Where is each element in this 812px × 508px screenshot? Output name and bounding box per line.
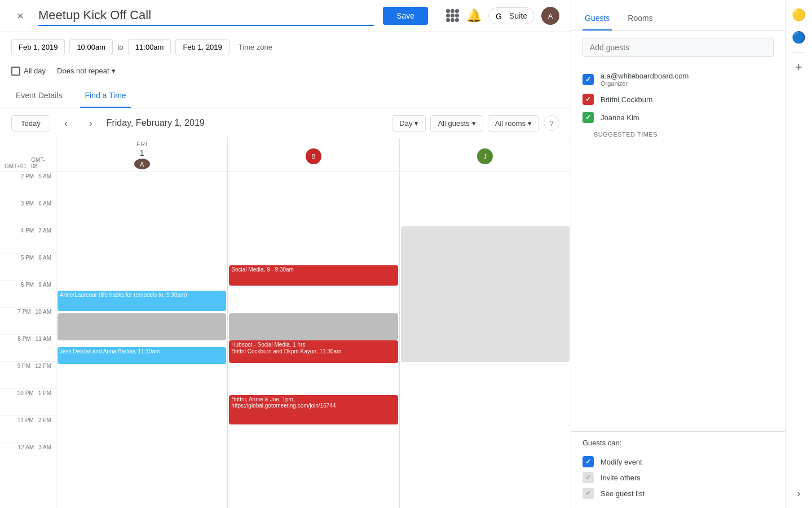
guest-checkbox-1[interactable]: ✓ [582, 74, 594, 85]
sidebar-icon-blue[interactable]: 🔵 [789, 27, 809, 47]
to-separator: to [117, 43, 123, 51]
gsuite-logo[interactable]: G Suite [488, 7, 535, 24]
event-text: Anne/Laurenar (life hacks for remodels t… [60, 292, 187, 298]
day-name: FRI [136, 141, 147, 147]
user-avatar[interactable]: A [541, 7, 559, 25]
invite-others-label: Invite others [601, 474, 641, 482]
sidebar-divider [792, 52, 806, 52]
permission-modify: ✓ Modify event [582, 454, 774, 470]
repeat-dropdown[interactable]: Does not repeat ▾ [52, 64, 120, 77]
timezone-button[interactable]: Time zone [234, 40, 277, 55]
svg-text:G: G [496, 12, 502, 21]
view-dropdown[interactable]: Day ▾ [392, 115, 426, 132]
see-guestlist-label: See guest list [601, 489, 645, 498]
guest-item-joanna: ✓ Joanna Kim [582, 108, 774, 126]
gsuite-text: Suite [509, 11, 527, 20]
guests-can-section: Guests can: ✓ Modify event ✓ Invite othe… [571, 431, 785, 508]
guests-header: Guests Rooms [571, 0, 785, 31]
day-header-2: B [228, 138, 399, 172]
event-gray-3[interactable] [401, 226, 570, 362]
time-slot: 8 PM 11 AM [0, 335, 56, 362]
apps-grid-icon[interactable] [446, 9, 460, 23]
user3-avatar: J [477, 148, 493, 164]
checkmark-icon: ✓ [585, 458, 591, 466]
day-column-1: FRI 1 A Anne/Laurenar (life hacks for re… [56, 138, 228, 508]
event-title-input[interactable] [38, 6, 374, 26]
day-events-2: Social Media, 9 - 9:30am Hubspot - Socia… [228, 172, 399, 508]
prev-nav-button[interactable]: ‹ [57, 114, 75, 132]
see-guestlist-checkbox[interactable]: ✓ [582, 488, 594, 499]
sidebar-add-button[interactable]: + [789, 57, 809, 77]
time-slot: 7 PM 10 AM [0, 308, 56, 335]
chevron-down-icon: ▾ [112, 67, 116, 75]
guest-checkbox-3[interactable]: ✓ [582, 112, 594, 123]
event-social-media[interactable]: Social Media, 9 - 9:30am [229, 265, 398, 286]
guest-info-3: Joanna Kim [601, 113, 774, 122]
toolbar-right: Day ▾ All guests ▾ All rooms ▾ ? [392, 115, 559, 132]
sidebar-icon-yellow[interactable]: 🟡 [789, 5, 809, 25]
today-button[interactable]: Today [11, 115, 50, 132]
guests-filter-label: All guests [438, 119, 469, 128]
guest-item-organizer: ✓ a.a@whiteboardboard.com Organizer [582, 68, 774, 90]
start-date-button[interactable]: Feb 1, 2019 [11, 39, 65, 55]
checkmark-icon: ✓ [585, 113, 591, 121]
start-time-button[interactable]: 10:00am [69, 39, 113, 55]
modify-event-label: Modify event [601, 458, 642, 466]
right-panel: Guests Rooms ✓ a.a@whiteboardboard.com O… [571, 0, 785, 508]
guests-list: ✓ a.a@whiteboardboard.com Organizer ✓ Br… [571, 64, 785, 431]
event-gray-2[interactable] [229, 313, 398, 340]
calendar-grid: GMT+01 GMT-08 2 PM 5 AM 3 PM 6 AM 4 PM 7… [0, 138, 571, 508]
day-column-2: B Social Media, 9 - 9:30am Hubspot - Soc… [228, 138, 399, 508]
guest-checkbox-2[interactable]: ✓ [582, 94, 594, 105]
time-slot: 10 PM 1 PM [0, 389, 56, 416]
guest-email-3: Joanna Kim [601, 113, 774, 122]
event-text: Brittni, Annie & Joe, 1pm, https://globa… [231, 396, 336, 409]
guest-info-2: Brittni Cockburn [601, 95, 774, 104]
guests-can-label: Guests can: [582, 439, 774, 447]
user1-avatar: A [134, 159, 150, 169]
end-date-button[interactable]: Feb 1, 2019 [175, 39, 229, 55]
event-brittni-dkpm[interactable]: Brittni Cockburn and Dkpm Kayun, 11:30am [229, 347, 398, 363]
calendar-toolbar: Today ‹ › Friday, February 1, 2019 Day ▾… [0, 108, 571, 138]
time-slot: 2 PM 5 AM [0, 172, 56, 199]
event-text: Jess Deister and Anna Barlow, 11:10am [60, 348, 160, 354]
event-item-gray[interactable] [58, 313, 226, 340]
calendar-container: Today ‹ › Friday, February 1, 2019 Day ▾… [0, 108, 571, 508]
days-area: FRI 1 A Anne/Laurenar (life hacks for re… [56, 138, 571, 508]
event-item[interactable]: Anne/Laurenar (life hacks for remodels t… [58, 291, 226, 311]
close-button[interactable]: × [11, 7, 29, 25]
allday-checkbox[interactable] [11, 67, 20, 76]
event-brittni-annie[interactable]: Brittni, Annie & Joe, 1pm, https://globa… [229, 395, 398, 424]
tz2-label: GMT-08 [31, 157, 51, 169]
tab-guests[interactable]: Guests [582, 9, 612, 30]
tz1-label: GMT+01 [5, 163, 27, 169]
checkmark-icon: ✓ [585, 489, 591, 497]
notification-bell-icon[interactable]: 🔔 [466, 8, 482, 23]
time-text: 2 PM [21, 173, 34, 179]
time-slot: 9 PM 12 PM [0, 362, 56, 389]
day-header-3: J [400, 138, 571, 172]
rooms-filter-dropdown[interactable]: All rooms ▾ [488, 115, 539, 132]
tab-event-details[interactable]: Event Details [11, 84, 67, 108]
time-header: GMT+01 GMT-08 [0, 138, 56, 172]
tab-find-time[interactable]: Find a Time [80, 84, 130, 108]
invite-others-checkbox[interactable]: ✓ [582, 472, 594, 483]
guest-item-brittni: ✓ Brittni Cockburn [582, 90, 774, 108]
permission-invite: ✓ Invite others [582, 470, 774, 485]
day-column-3: J [400, 138, 571, 508]
end-time-button[interactable]: 11:00am [128, 39, 171, 55]
allday-checkbox-container[interactable]: All day [11, 67, 46, 76]
event-item-2[interactable]: Jess Deister and Anna Barlow, 11:10am [58, 347, 226, 364]
sidebar-expand-icon[interactable]: › [789, 483, 809, 503]
help-button[interactable]: ? [544, 115, 559, 131]
next-nav-button[interactable]: › [82, 114, 100, 132]
guests-filter-dropdown[interactable]: All guests ▾ [430, 115, 483, 132]
guest-email-1: a.a@whiteboardboard.com [601, 72, 774, 80]
tab-rooms[interactable]: Rooms [625, 9, 655, 30]
add-guests-input[interactable] [582, 38, 774, 57]
modify-event-checkbox[interactable]: ✓ [582, 456, 594, 467]
guest-email-2: Brittni Cockburn [601, 95, 774, 104]
save-button[interactable]: Save [383, 7, 428, 25]
time-slot: 5 PM 8 AM [0, 253, 56, 281]
suggested-times-label: SUGGESTED TIMES [594, 131, 762, 138]
